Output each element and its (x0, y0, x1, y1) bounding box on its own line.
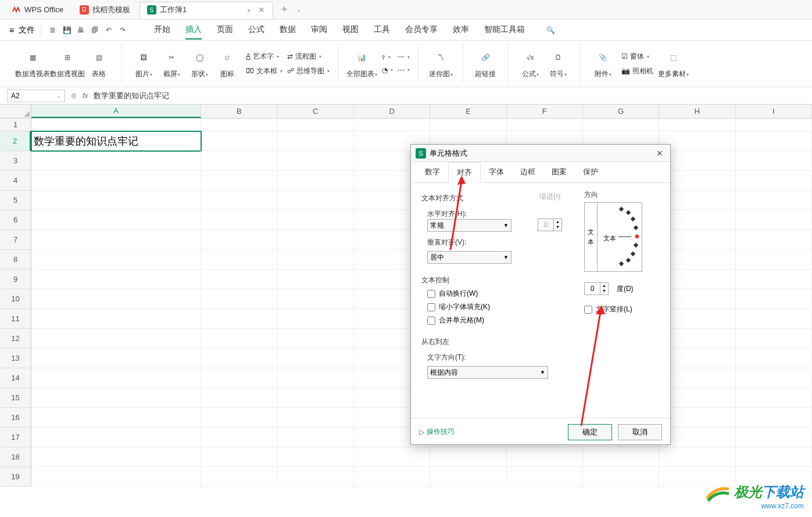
cell-H18[interactable] (659, 447, 735, 467)
row-header-8[interactable]: 8 (0, 250, 31, 270)
redo-icon[interactable]: ↷ (117, 24, 128, 36)
cell-E18[interactable] (430, 447, 506, 467)
camera-button[interactable]: 📷照相机 (621, 65, 653, 77)
row-header-17[interactable]: 17 (0, 428, 31, 447)
row-header-14[interactable]: 14 (0, 368, 31, 388)
name-box[interactable]: A2⌄ (7, 89, 65, 102)
formula-input[interactable]: 数学重要的知识点牢记 (94, 91, 805, 101)
cell-B15[interactable] (201, 388, 277, 408)
line-chart-icon[interactable]: 〰 ▾ (398, 52, 410, 63)
cell-H2[interactable] (659, 131, 735, 151)
cell-H17[interactable] (659, 428, 735, 447)
degree-value[interactable] (585, 283, 600, 295)
cell-B19[interactable] (201, 467, 277, 487)
cell-A10[interactable] (31, 289, 201, 309)
ok-button[interactable]: 确定 (568, 424, 612, 440)
dialog-titlebar[interactable]: S 单元格格式 ✕ (411, 145, 670, 162)
dlg-tab-border[interactable]: 边框 (512, 162, 543, 182)
cell-F19[interactable] (507, 467, 583, 487)
cell-G18[interactable] (583, 447, 659, 467)
new-file-icon[interactable]: 🗎 (47, 24, 59, 36)
new-tab-button[interactable]: + (276, 3, 294, 16)
cell-C9[interactable] (278, 270, 354, 289)
cell-B3[interactable] (201, 151, 277, 171)
deg-spin-down-icon[interactable]: ▼ (600, 288, 608, 293)
cell-E1[interactable] (430, 119, 506, 131)
cell-C18[interactable] (278, 447, 354, 467)
orientation-control[interactable]: 文本 文本 (584, 202, 642, 272)
hamburger-icon[interactable]: ≡ (9, 26, 14, 35)
tips-link[interactable]: ▷操作技巧 (419, 427, 455, 437)
row-header-16[interactable]: 16 (0, 408, 31, 428)
cell-C10[interactable] (278, 289, 354, 309)
tab-insert[interactable]: 插入 (185, 21, 202, 40)
cell-C7[interactable] (278, 230, 354, 250)
file-menu[interactable]: 文件 (19, 25, 35, 35)
pie-chart-icon[interactable]: ◔ ▾ (382, 65, 393, 76)
cell-B4[interactable] (201, 171, 277, 191)
cell-I5[interactable] (736, 191, 812, 210)
cell-A9[interactable] (31, 270, 201, 289)
fx-icon[interactable]: fx (83, 92, 88, 100)
dlg-tab-alignment[interactable]: 对齐 (448, 162, 481, 183)
cell-A3[interactable] (31, 151, 201, 171)
cell-I3[interactable] (736, 151, 812, 171)
cell-C4[interactable] (278, 171, 354, 191)
bar-chart-icon[interactable]: ⫯ ▾ (382, 52, 393, 63)
cancel-formula-icon[interactable]: ⊖ (71, 92, 77, 100)
row-header-15[interactable]: 15 (0, 388, 31, 408)
select-all-corner[interactable] (0, 105, 31, 119)
cell-B17[interactable] (201, 428, 277, 447)
cell-I8[interactable] (736, 250, 812, 270)
tab-data[interactable]: 数据 (280, 21, 296, 40)
cell-A8[interactable] (31, 250, 201, 270)
cell-A17[interactable] (31, 428, 201, 447)
deg-spin-up-icon[interactable]: ▲ (600, 283, 608, 288)
cell-A4[interactable] (31, 171, 201, 191)
cell-I1[interactable] (736, 119, 812, 131)
v-align-select[interactable]: 居中▼ (427, 251, 511, 264)
row-header-6[interactable]: 6 (0, 210, 31, 230)
tab-view[interactable]: 视图 (342, 21, 359, 40)
cell-A13[interactable] (31, 349, 201, 368)
col-header-F[interactable]: F (507, 105, 583, 118)
formula-button[interactable]: √x公式▾ (516, 48, 544, 79)
tab-review[interactable]: 审阅 (311, 21, 327, 40)
cell-A16[interactable] (31, 408, 201, 428)
cell-B9[interactable] (201, 270, 277, 289)
cell-I19[interactable] (736, 467, 812, 487)
cell-H12[interactable] (659, 329, 735, 349)
row-header-7[interactable]: 7 (0, 230, 31, 250)
cell-B2[interactable] (201, 131, 277, 151)
tab-page[interactable]: 页面 (217, 21, 233, 40)
cell-H6[interactable] (659, 210, 735, 230)
cancel-button[interactable]: 取消 (618, 424, 662, 440)
object-button[interactable]: ☑窗体▾ (621, 51, 653, 63)
orient-dial[interactable]: 文本 (598, 203, 642, 271)
print-icon[interactable]: 🖶 (75, 24, 87, 36)
search-icon[interactable]: 🔍 (545, 24, 556, 36)
wrap-checkbox[interactable]: 自动换行(W) (427, 289, 574, 299)
cell-C13[interactable] (278, 349, 354, 368)
cell-H1[interactable] (659, 119, 735, 131)
cell-H11[interactable] (659, 309, 735, 329)
cell-B18[interactable] (201, 447, 277, 467)
row-header-1[interactable]: 1 (0, 119, 31, 131)
cell-C14[interactable] (278, 368, 354, 388)
row-header-11[interactable]: 11 (0, 309, 31, 329)
cell-H15[interactable] (659, 388, 735, 408)
cell-A7[interactable] (31, 230, 201, 250)
cell-H9[interactable] (659, 270, 735, 289)
shrink-checkbox[interactable]: 缩小字体填充(K) (427, 302, 574, 312)
cell-C6[interactable] (278, 210, 354, 230)
orient-vertical-text[interactable]: 文本 (585, 203, 598, 271)
cell-A18[interactable] (31, 447, 201, 467)
row-header-5[interactable]: 5 (0, 191, 31, 210)
more-assets-button[interactable]: ⬚更多素材▾ (658, 48, 689, 79)
tab-menu-caret[interactable]: ⌄ (296, 6, 301, 13)
cell-I13[interactable] (736, 349, 812, 368)
cell-B12[interactable] (201, 329, 277, 349)
tab-member[interactable]: 会员专享 (405, 21, 438, 40)
cell-H7[interactable] (659, 230, 735, 250)
col-header-A[interactable]: A (31, 105, 201, 118)
